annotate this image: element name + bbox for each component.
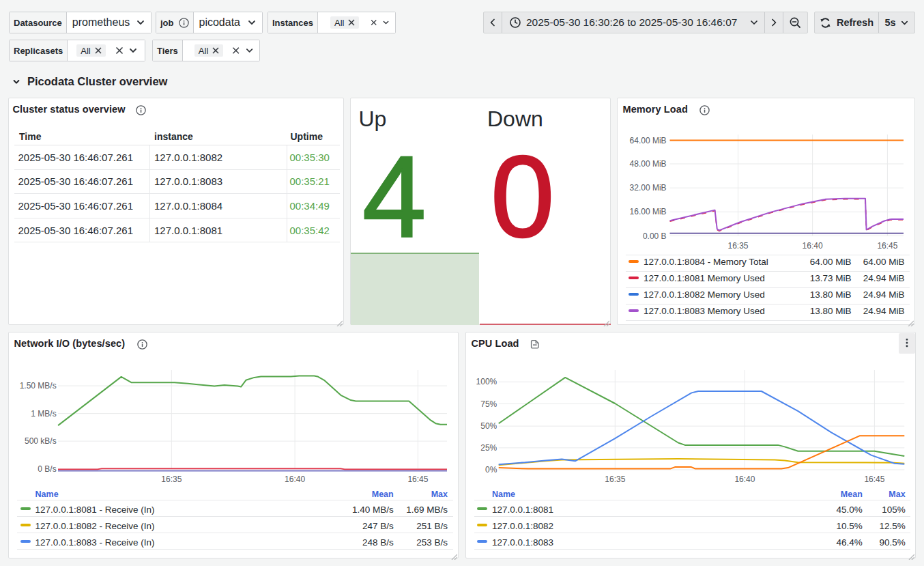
svg-text:16:35: 16:35 (727, 241, 748, 251)
svg-text:100%: 100% (476, 377, 497, 386)
svg-text:0%: 0% (485, 465, 497, 475)
svg-text:1.50 MB/s: 1.50 MB/s (20, 381, 57, 391)
svg-text:32.00 MiB: 32.00 MiB (630, 183, 667, 193)
svg-text:16:45: 16:45 (407, 475, 428, 484)
svg-text:0 B/s: 0 B/s (38, 464, 56, 474)
svg-text:16:35: 16:35 (605, 475, 625, 484)
svg-text:16:45: 16:45 (877, 241, 897, 251)
svg-text:16:35: 16:35 (161, 475, 182, 484)
svg-text:50%: 50% (480, 421, 497, 431)
svg-text:1 MB/s: 1 MB/s (31, 409, 56, 419)
svg-text:16.00 MiB: 16.00 MiB (630, 207, 667, 216)
svg-text:64.00 MiB: 64.00 MiB (630, 136, 667, 145)
svg-text:75%: 75% (480, 399, 497, 409)
svg-text:16:40: 16:40 (285, 475, 305, 484)
svg-text:16:40: 16:40 (803, 241, 823, 251)
svg-text:25%: 25% (480, 443, 497, 453)
svg-text:16:40: 16:40 (734, 475, 755, 484)
svg-text:48.00 MiB: 48.00 MiB (630, 159, 667, 169)
svg-text:16:45: 16:45 (864, 475, 884, 484)
svg-text:500 kB/s: 500 kB/s (25, 436, 57, 446)
svg-text:0.00 B: 0.00 B (643, 231, 667, 241)
